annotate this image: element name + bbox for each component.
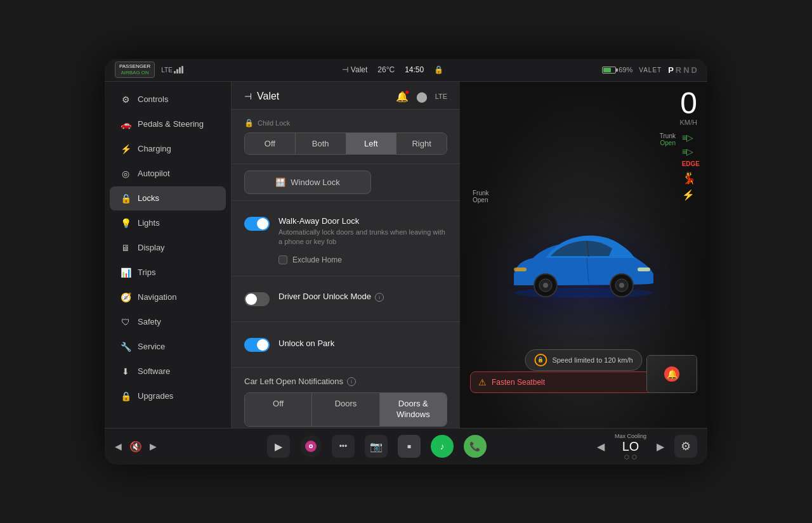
sidebar-item-lights[interactable]: 💡 Lights	[110, 211, 226, 235]
sidebar-item-software[interactable]: ⬇ Software	[110, 359, 226, 384]
sidebar-item-upgrades[interactable]: 🔒 Upgrades	[110, 384, 226, 408]
child-lock-section: 🔒 Child Lock Off Both Left Right	[232, 110, 460, 164]
speed-unit: KM/H	[680, 119, 698, 126]
climate-arrow-left[interactable]: ◀	[597, 441, 605, 453]
taskbar-play-btn[interactable]: ▶	[267, 435, 290, 458]
window-lock-label: Window Lock	[291, 178, 339, 187]
display-icon: 🖥	[120, 242, 131, 254]
walk-away-toggle-row: Walk-Away Door Lock Automatically lock d…	[244, 210, 447, 254]
car-left-open-info-icon[interactable]: i	[347, 377, 356, 386]
window-lock-button[interactable]: 🪟 Window Lock	[244, 171, 371, 194]
sidebar-item-trips[interactable]: 📊 Trips	[110, 261, 226, 285]
software-icon: ⬇	[120, 366, 131, 377]
child-lock-label: 🔒 Child Lock	[244, 119, 447, 127]
child-lock-both[interactable]: Both	[296, 133, 346, 154]
climate-arrow-right[interactable]: ▶	[657, 441, 664, 453]
taskbar-music-btn[interactable]	[300, 436, 322, 457]
safety-icon: 🛡	[120, 316, 131, 328]
taskbar-dots-btn[interactable]: •••	[332, 435, 355, 458]
sidebar-item-pedals[interactable]: 🚗 Pedals & Steering	[110, 112, 226, 136]
bar4	[181, 66, 183, 74]
car-visualization: 0 KM/H ≡▷ ≡▷ EDGE 💃 ⚡ Trunk Open	[460, 82, 707, 428]
driver-door-section: Driver Door Unlock Mode i	[232, 276, 460, 322]
driver-door-info: Driver Door Unlock Mode i	[278, 292, 447, 303]
taskbar-prev-icon[interactable]: ◀	[115, 441, 122, 451]
sidebar-item-locks[interactable]: 🔒 Locks	[110, 186, 226, 210]
notification-icon[interactable]: 🔔	[396, 91, 409, 103]
sidebar-item-safety[interactable]: 🛡 Safety	[110, 310, 226, 334]
window-lock-section: 🪟 Window Lock	[232, 164, 460, 201]
taskbar-phone-btn[interactable]: 📞	[464, 435, 487, 458]
spotify-icon: ♪	[440, 441, 444, 451]
svg-point-15	[310, 446, 311, 448]
battery-icon	[602, 67, 616, 74]
lte-indicator: LTE	[161, 66, 183, 74]
locks-label: Locks	[138, 193, 159, 203]
prnd-d: D	[691, 65, 697, 75]
car-left-open-doors[interactable]: Doors	[312, 393, 379, 426]
clock: 14:50	[405, 65, 424, 74]
sidebar-item-navigation[interactable]: 🧭 Navigation	[110, 285, 226, 309]
software-label: Software	[138, 366, 170, 376]
display-label: Display	[138, 243, 165, 252]
driver-door-info-icon[interactable]: i	[375, 293, 384, 302]
walk-away-exclude-home-checkbox[interactable]	[278, 255, 287, 264]
charging-icon: ⚡	[120, 143, 131, 155]
controls-icon: ⚙	[120, 94, 131, 105]
taskbar-settings-btn[interactable]: ⚙	[674, 435, 697, 458]
battery-fill	[603, 68, 611, 72]
bottom-thumbnail: 🔔	[646, 355, 697, 393]
taskbar-camera-btn[interactable]: 📷	[365, 435, 388, 458]
sidebar-item-display[interactable]: 🖥 Display	[110, 236, 226, 260]
temperature: 26°C	[377, 65, 395, 74]
icon-edge: EDGE	[682, 160, 700, 167]
sidebar-item-autopilot[interactable]: ◎ Autopilot	[110, 162, 226, 186]
svg-point-4	[543, 283, 548, 288]
bluetooth-icon[interactable]: ⬤	[416, 91, 428, 103]
walk-away-toggle[interactable]	[244, 217, 270, 231]
lock-icon: 🔒	[434, 65, 443, 74]
sidebar-item-service[interactable]: 🔧 Service	[110, 335, 226, 359]
autopilot-label: Autopilot	[138, 169, 170, 178]
navigation-label: Navigation	[138, 292, 176, 302]
max-cooling-label: Max Cooling	[615, 433, 646, 439]
car-left-open-off[interactable]: Off	[245, 393, 312, 426]
child-lock-right[interactable]: Right	[396, 133, 447, 154]
airbag-bottom: AIRBAG ON	[119, 70, 150, 76]
car-left-open-doors-windows[interactable]: Doors &Windows	[380, 393, 447, 426]
walk-away-knob	[257, 218, 268, 229]
thumbnail-inner: 🔔	[647, 356, 697, 392]
unlock-on-park-toggle[interactable]	[244, 338, 270, 352]
walk-away-exclude-home-label: Exclude Home	[292, 255, 342, 264]
sidebar-item-charging[interactable]: ⚡ Charging	[110, 137, 226, 161]
status-center: ⊣ Valet 26°C 14:50 🔒	[342, 65, 443, 74]
right-icons-panel: ≡▷ ≡▷ EDGE 💃 ⚡	[682, 132, 700, 201]
taskbar-volume-icon[interactable]: 🔇	[129, 441, 142, 453]
lights-icon: 💡	[120, 217, 131, 229]
seat-left-icon: ⬡	[624, 454, 629, 460]
valet-right: VALET	[639, 67, 662, 74]
status-bar: PASSENGER AIRBAG ON LTE ⊣ Valet 26°C 14:…	[105, 59, 707, 82]
child-lock-left[interactable]: Left	[346, 133, 397, 154]
sidebar-item-controls[interactable]: ⚙ Controls	[110, 87, 226, 112]
car-left-open-section: Car Left Open Notifications i Off Doors …	[232, 368, 460, 427]
walk-away-section: Walk-Away Door Lock Automatically lock d…	[232, 201, 460, 277]
svg-rect-8	[638, 268, 650, 271]
taskbar-spotify-btn[interactable]: ♪	[431, 435, 454, 458]
speed-number: 0	[680, 88, 698, 119]
seatbelt-text: Fasten Seatbelt	[492, 378, 545, 387]
trunk-label: Trunk	[660, 132, 676, 139]
bar2	[176, 69, 178, 74]
prnd-p: P	[668, 65, 674, 75]
upgrades-icon: 🔒	[120, 391, 131, 402]
phone-icon: 📞	[469, 441, 480, 451]
svg-point-7	[619, 283, 624, 288]
taskbar-left: ◀ 🔇 ▶	[115, 441, 157, 453]
climate-info: Max Cooling LO ⬡ ⬡	[615, 433, 646, 460]
driver-door-toggle[interactable]	[244, 292, 270, 306]
driver-door-toggle-row: Driver Door Unlock Mode i	[244, 285, 447, 313]
taskbar-next-icon[interactable]: ▶	[150, 441, 157, 451]
child-lock-off[interactable]: Off	[245, 133, 296, 154]
taskbar-card-btn[interactable]: ▪	[398, 435, 421, 458]
car-svg	[495, 210, 672, 312]
